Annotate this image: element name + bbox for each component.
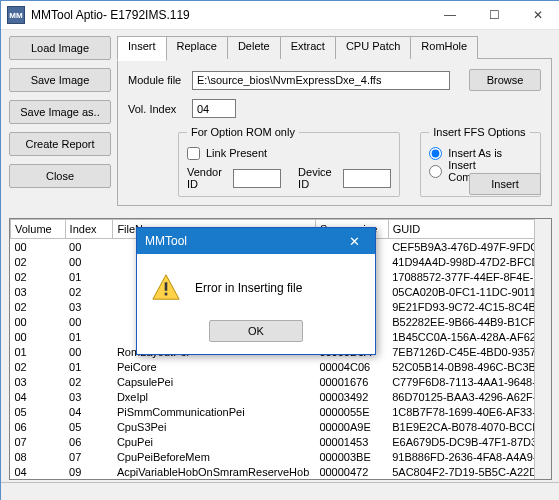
svg-rect-1	[165, 282, 168, 290]
table-row[interactable]: 0706CpuPei00001453E6A679D5-DC9B-47F1-87D…	[11, 434, 535, 449]
cell-guid: B1E9E2CA-B078-4070-BCCD-87A449…	[388, 419, 534, 434]
save-image-button[interactable]: Save Image	[9, 68, 111, 92]
titlebar: MM MMTool Aptio- E1792IMS.119 — ☐ ✕	[1, 1, 559, 30]
cell-idx: 00	[65, 344, 113, 359]
cell-guid: 17088572-377F-44EF-8F4E-B09FF…	[388, 269, 534, 284]
tab-cpu-patch[interactable]: CPU Patch	[335, 36, 411, 60]
top-area: Load Image Save Image Save Image as.. Cr…	[9, 36, 552, 206]
cell-idx: 09	[65, 464, 113, 479]
cell-idx: 04	[65, 404, 113, 419]
dialog-close-button[interactable]: ✕	[333, 228, 375, 254]
cell-fn: CpuS3Pei	[113, 419, 316, 434]
cell-guid: 91B886FD-2636-4FA8-A4A9-2EB04F…	[388, 449, 534, 464]
cell-vol: 03	[11, 284, 66, 299]
cell-guid: 5AC804F2-7D19-5B5C-A22D-FAF4E8…	[388, 464, 534, 479]
tab-area: Insert Replace Delete Extract CPU Patch …	[117, 36, 552, 206]
vertical-scrollbar[interactable]	[534, 219, 551, 479]
cell-src: 00001676	[315, 374, 388, 389]
cell-vol: 00	[11, 239, 66, 255]
cell-src: 00000A9E	[315, 419, 388, 434]
cell-src: 0000055E	[315, 404, 388, 419]
cell-src: 00004C06	[315, 359, 388, 374]
close-button[interactable]: Close	[9, 164, 111, 188]
cell-fn: AcpiVariableHobOnSmramReserveHob	[113, 464, 316, 479]
dialog-titlebar: MMTool ✕	[137, 228, 375, 254]
vol-index-label: Vol. Index	[128, 103, 192, 115]
table-row[interactable]: 0605CpuS3Pei00000A9EB1E9E2CA-B078-4070-B…	[11, 419, 535, 434]
device-id-input[interactable]	[343, 169, 391, 188]
cell-vol: 02	[11, 254, 66, 269]
link-present-input[interactable]	[187, 147, 200, 160]
cell-src: 00001453	[315, 434, 388, 449]
col-volume[interactable]: Volume	[11, 220, 66, 239]
cell-vol: 04	[11, 464, 66, 479]
cell-vol: 00	[11, 329, 66, 344]
vol-index-input[interactable]	[192, 99, 236, 118]
tab-replace[interactable]: Replace	[166, 36, 228, 60]
cell-vol: 01	[11, 344, 66, 359]
link-present-checkbox[interactable]: Link Present	[187, 144, 391, 162]
cell-vol: 02	[11, 299, 66, 314]
cell-vol: 05	[11, 404, 66, 419]
close-window-button[interactable]: ✕	[516, 2, 559, 28]
cell-guid: 41D94A4D-998D-47D2-BFCD-4E882…	[388, 254, 534, 269]
cell-idx: 06	[65, 434, 113, 449]
link-present-label: Link Present	[206, 147, 267, 159]
error-dialog: MMTool ✕ Error in Inserting file OK	[136, 227, 376, 355]
tab-delete[interactable]: Delete	[227, 36, 281, 60]
insert-button[interactable]: Insert	[469, 173, 541, 195]
vendor-id-input[interactable]	[233, 169, 281, 188]
cell-idx: 03	[65, 299, 113, 314]
cell-guid: CEF5B9A3-476D-497F-9FDC-E98143…	[388, 239, 534, 255]
create-report-button[interactable]: Create Report	[9, 132, 111, 156]
cell-fn: PeiCore	[113, 359, 316, 374]
module-file-input[interactable]	[192, 71, 450, 90]
cell-fn: PiSmmCommunicationPei	[113, 404, 316, 419]
table-row[interactable]: 0302CapsulePei00001676C779F6D8-7113-4AA1…	[11, 374, 535, 389]
load-image-button[interactable]: Load Image	[9, 36, 111, 60]
col-index[interactable]: Index	[65, 220, 113, 239]
tab-insert[interactable]: Insert	[117, 36, 167, 61]
svg-rect-2	[165, 293, 168, 296]
vendor-id-label: Vendor ID	[187, 166, 227, 190]
dialog-message: Error in Inserting file	[195, 281, 302, 295]
tab-extract[interactable]: Extract	[280, 36, 336, 60]
cell-guid: C779F6D8-7113-4AA1-9648-EB1633…	[388, 374, 534, 389]
tab-romhole[interactable]: RomHole	[410, 36, 478, 60]
table-row[interactable]: 0807CpuPeiBeforeMem000003BE91B886FD-2636…	[11, 449, 535, 464]
table-row[interactable]: 0201PeiCore00004C0652C05B14-0B98-496C-BC…	[11, 359, 535, 374]
insert-as-is-input[interactable]	[429, 147, 442, 160]
cell-idx: 07	[65, 449, 113, 464]
save-image-as-button[interactable]: Save Image as..	[9, 100, 111, 124]
minimize-button[interactable]: —	[428, 2, 472, 28]
insert-compressed-input[interactable]	[429, 165, 442, 178]
dialog-ok-button[interactable]: OK	[209, 320, 303, 342]
tabstrip: Insert Replace Delete Extract CPU Patch …	[117, 36, 552, 59]
cell-fn: CpuPeiBeforeMem	[113, 449, 316, 464]
option-rom-group: For Option ROM only Link Present Vendor …	[178, 126, 400, 197]
table-row[interactable]: 0504PiSmmCommunicationPei0000055E1C8B7F7…	[11, 404, 535, 419]
cell-idx: 01	[65, 329, 113, 344]
cell-idx: 00	[65, 314, 113, 329]
cell-src: 00000472	[315, 464, 388, 479]
cell-idx: 05	[65, 419, 113, 434]
maximize-button[interactable]: ☐	[472, 2, 516, 28]
table-row[interactable]: 0403DxeIpl0000349286D70125-BAA3-4296-A62…	[11, 389, 535, 404]
module-file-label: Module file	[128, 74, 192, 86]
browse-button[interactable]: Browse	[469, 69, 541, 91]
cell-guid: 7EB7126D-C45E-4BD0-9357-7F507C…	[388, 344, 534, 359]
cell-vol: 03	[11, 374, 66, 389]
cell-vol: 07	[11, 434, 66, 449]
status-bar	[1, 482, 559, 500]
window-title: MMTool Aptio- E1792IMS.119	[31, 8, 428, 22]
insert-as-is-label: Insert As is	[448, 147, 502, 159]
cell-vol: 02	[11, 359, 66, 374]
action-buttons: Load Image Save Image Save Image as.. Cr…	[9, 36, 111, 206]
cell-guid: 86D70125-BAA3-4296-A62F-602BE8…	[388, 389, 534, 404]
insert-panel: Module file Browse Vol. Index For Option…	[117, 59, 552, 206]
table-row[interactable]: 0409AcpiVariableHobOnSmramReserveHob0000…	[11, 464, 535, 479]
col-guid[interactable]: GUID	[388, 220, 534, 239]
app-icon: MM	[7, 6, 25, 24]
main-window: MM MMTool Aptio- E1792IMS.119 — ☐ ✕ Load…	[0, 0, 559, 500]
cell-idx: 01	[65, 359, 113, 374]
